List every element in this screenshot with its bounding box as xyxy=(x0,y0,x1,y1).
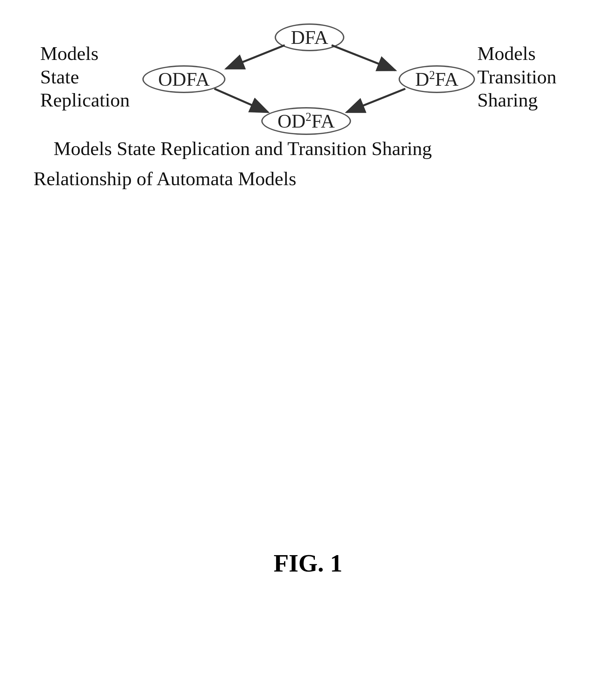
left-line2: State xyxy=(40,65,130,89)
right-line3: Sharing xyxy=(477,88,556,112)
node-dfa: DFA xyxy=(275,23,344,51)
arrow-dfa-d2fa xyxy=(332,45,395,70)
left-annotation: Models State Replication xyxy=(40,42,130,112)
node-d2fa-label: D2FA xyxy=(415,68,458,90)
node-dfa-label: DFA xyxy=(291,26,328,49)
node-od2fa: OD2FA xyxy=(261,107,351,135)
arrow-d2fa-od2fa xyxy=(347,89,405,112)
left-line1: Models xyxy=(40,42,130,65)
arrow-dfa-odfa xyxy=(226,45,285,69)
left-line3: Replication xyxy=(40,88,130,112)
bottom-annotation-1: Models State Replication and Transition … xyxy=(54,137,432,160)
right-annotation: Models Transition Sharing xyxy=(477,42,556,112)
bottom-annotation-2: Relationship of Automata Models xyxy=(33,167,296,190)
figure-caption: FIG. 1 xyxy=(0,549,616,578)
arrow-odfa-od2fa xyxy=(214,89,268,112)
node-od2fa-label: OD2FA xyxy=(277,110,335,132)
node-d2fa: D2FA xyxy=(399,65,475,93)
node-odfa: ODFA xyxy=(142,65,225,93)
right-line1: Models xyxy=(477,42,556,65)
right-line2: Transition xyxy=(477,65,556,89)
node-odfa-label: ODFA xyxy=(158,68,210,90)
